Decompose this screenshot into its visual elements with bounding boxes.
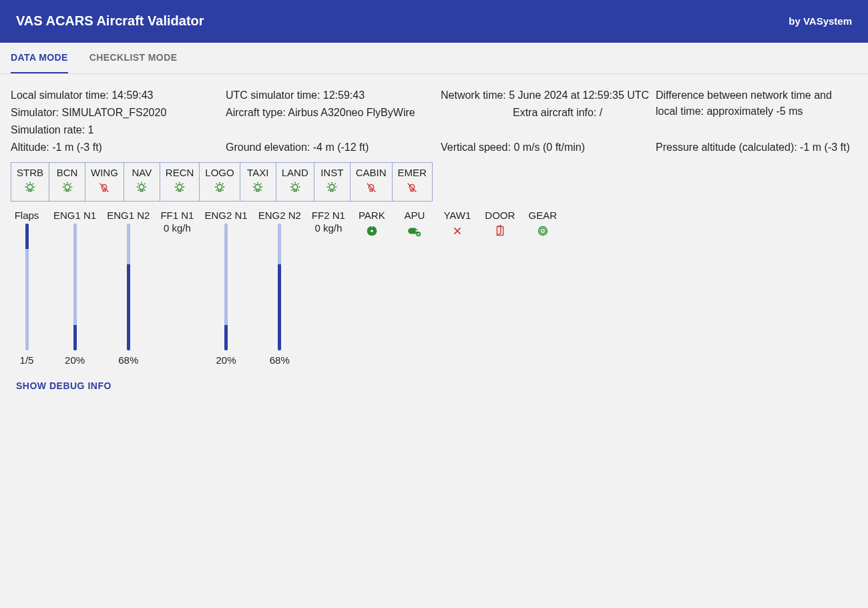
light-nav: NAV — [124, 162, 160, 202]
bulb-on-icon — [60, 181, 75, 196]
bulb-on-icon — [134, 181, 149, 196]
bulb-on-icon — [324, 181, 339, 196]
ground-elevation: Ground elevation: -4 m (-12 ft) — [226, 139, 439, 156]
cell-empty-3 — [656, 122, 856, 138]
gauge-gear: GEAR — [527, 210, 559, 238]
gauge-eng2n2: ENG2 N268% — [258, 210, 301, 366]
gauge-label: GEAR — [529, 210, 558, 221]
gauge-flaps: Flaps1/5 — [11, 210, 43, 366]
info-grid: Local simulator time: 14:59:43 UTC simul… — [11, 87, 857, 156]
app-header: VAS ACARS Aircraft Validator by VASystem — [0, 0, 868, 43]
door-open-icon — [493, 224, 507, 238]
light-emer: EMER — [393, 162, 433, 202]
lights-panel: STRBBCNWINGNAVRECNLOGOTAXILANDINSTCABINE… — [11, 162, 857, 202]
mode-tabs: DATA MODE CHECKLIST MODE — [0, 43, 868, 74]
gauge-value: 20% — [65, 354, 85, 366]
light-inst: INST — [314, 162, 351, 202]
gauge-value: 20% — [216, 354, 236, 366]
light-label: WING — [91, 167, 118, 178]
pressure-altitude: Pressure altitude (calculated): -1 m (-3… — [656, 139, 856, 156]
light-logo: LOGO — [200, 162, 240, 202]
cell-empty-2 — [441, 122, 654, 138]
plug-ok-icon — [407, 224, 422, 238]
gauge-bar — [73, 224, 77, 350]
light-recn: RECN — [160, 162, 200, 202]
gauge-bar — [278, 224, 281, 350]
gauge-label: ENG1 N2 — [107, 210, 150, 221]
gauge-label: PARK — [359, 210, 385, 221]
gauge-park: PARK — [356, 210, 388, 238]
bulb-on-icon — [172, 181, 187, 196]
show-debug-button[interactable]: SHOW DEBUG INFO — [11, 375, 117, 396]
gauge-label: FF2 N1 — [312, 210, 345, 221]
light-wing: WING — [85, 162, 124, 202]
gauges-row: Flaps1/5ENG1 N120%ENG1 N268%FF1 N10 kg/h… — [11, 210, 857, 366]
gauge-label: FF1 N1 — [160, 210, 194, 221]
local-sim-time: Local simulator time: 14:59:43 — [11, 87, 224, 103]
light-label: EMER — [398, 167, 427, 178]
bulb-off-icon — [405, 181, 419, 196]
light-label: LOGO — [205, 167, 234, 178]
time-difference: Difference between network time and loca… — [656, 87, 856, 121]
light-label: LAND — [282, 167, 308, 178]
light-label: BCN — [57, 167, 78, 178]
aircraft-type: Aircraft type: Airbus A320neo FlyByWire — [226, 105, 439, 121]
light-taxi: TAXI — [240, 162, 276, 202]
gauge-apu: APU — [399, 210, 431, 238]
light-label: NAV — [132, 167, 152, 178]
gauge-ff2n1: FF2 N10 kg/h — [312, 210, 345, 237]
gauge-label: ENG2 N1 — [204, 210, 247, 221]
gauge-door: DOOR — [484, 210, 516, 238]
park-on-icon — [365, 224, 379, 238]
gauge-eng1n1: ENG1 N120% — [53, 210, 96, 366]
simulation-rate: Simulation rate: 1 — [11, 122, 224, 138]
network-time: Network time: 5 June 2024 at 12:59:35 UT… — [441, 87, 654, 103]
gauge-label: ENG2 N2 — [258, 210, 301, 221]
gauge-label: APU — [404, 210, 425, 221]
gauge-eng1n2: ENG1 N268% — [107, 210, 150, 366]
bulb-off-icon — [97, 181, 112, 196]
gauge-yaw1: YAW1 — [441, 210, 473, 238]
bulb-on-icon — [288, 181, 302, 196]
gauge-value: 68% — [270, 354, 290, 366]
gauge-label: ENG1 N1 — [53, 210, 96, 221]
cell-empty-1 — [226, 122, 439, 138]
tab-data-mode[interactable]: DATA MODE — [11, 43, 68, 73]
gauge-ff1n1: FF1 N10 kg/h — [160, 210, 194, 237]
light-land: LAND — [276, 162, 314, 202]
gauge-label: YAW1 — [443, 210, 471, 221]
tab-checklist-mode[interactable]: CHECKLIST MODE — [89, 43, 178, 73]
light-cabin: CABIN — [351, 162, 393, 202]
utc-sim-time: UTC simulator time: 12:59:43 — [226, 87, 439, 103]
gauge-bar — [127, 224, 130, 350]
bulb-on-icon — [23, 181, 37, 196]
main-content: Local simulator time: 14:59:43 UTC simul… — [0, 74, 868, 407]
light-bcn: BCN — [49, 162, 85, 202]
altitude: Altitude: -1 m (-3 ft) — [11, 139, 224, 156]
gauge-label: DOOR — [485, 210, 515, 221]
bulb-on-icon — [250, 181, 265, 196]
bulb-on-icon — [212, 181, 227, 196]
app-title: VAS ACARS Aircraft Validator — [16, 13, 204, 29]
gauge-value: 1/5 — [20, 354, 34, 366]
gauge-eng2n1: ENG2 N120% — [204, 210, 247, 366]
x-off-icon — [450, 224, 465, 238]
gauge-value: 0 kg/h — [314, 222, 342, 237]
light-strb: STRB — [11, 162, 49, 202]
app-byline: by VASystem — [789, 15, 852, 27]
vertical-speed: Vertical speed: 0 m/s (0 ft/min) — [441, 139, 654, 156]
light-label: INST — [320, 167, 343, 178]
light-label: RECN — [166, 167, 194, 178]
light-label: STRB — [17, 167, 43, 178]
simulator-name: Simulator: SIMULATOR_FS2020 — [11, 105, 224, 121]
gauge-label: Flaps — [15, 210, 39, 221]
gauge-bar — [224, 224, 228, 350]
bulb-off-icon — [364, 181, 379, 196]
gauge-bar — [25, 224, 29, 350]
gauge-value: 68% — [118, 354, 138, 366]
gear-down-icon — [535, 224, 550, 238]
gauge-value: 0 kg/h — [164, 222, 191, 237]
extra-aircraft-info: Extra aircraft info: / — [441, 105, 654, 121]
light-label: TAXI — [247, 167, 268, 178]
light-label: CABIN — [356, 167, 387, 178]
